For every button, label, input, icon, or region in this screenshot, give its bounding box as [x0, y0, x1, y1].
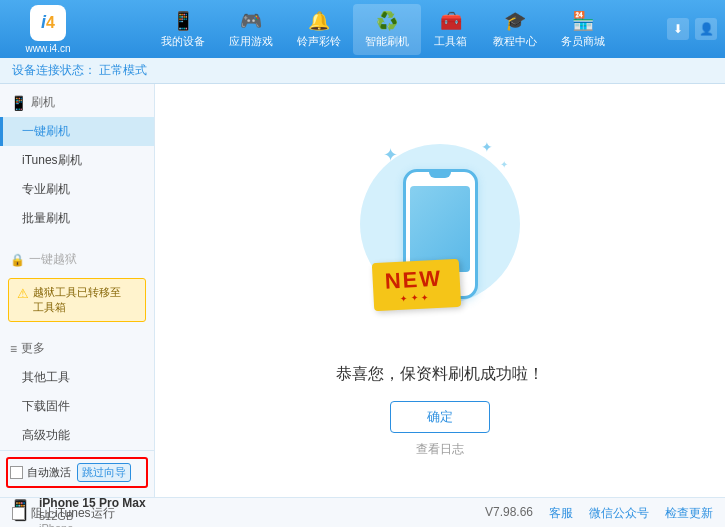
new-banner: NEW ✦ ✦ ✦ — [371, 258, 461, 311]
nav-smart-flash-label: 智能刷机 — [365, 34, 409, 49]
flash-group-icon: 📱 — [10, 95, 27, 111]
more-label: 更多 — [21, 340, 45, 357]
one-key-flash-label: 一键刷机 — [22, 123, 70, 140]
nav-toolbox[interactable]: 🧰 工具箱 — [421, 4, 481, 55]
main: 📱 刷机 一键刷机 iTunes刷机 专业刷机 批量刷机 🔒 一键越狱 ⚠ 越狱… — [0, 84, 725, 497]
topbar-right: ⬇ 👤 — [667, 18, 717, 40]
sidebar: 📱 刷机 一键刷机 iTunes刷机 专业刷机 批量刷机 🔒 一键越狱 ⚠ 越狱… — [0, 84, 155, 497]
sidebar-item-advanced[interactable]: 高级功能 — [0, 421, 154, 450]
nav-my-device-label: 我的设备 — [161, 34, 205, 49]
nav-smart-flash[interactable]: ♻️ 智能刷机 — [353, 4, 421, 55]
sparkle-left: ✦ — [383, 144, 398, 166]
sidebar-item-batch-flash[interactable]: 批量刷机 — [0, 204, 154, 233]
new-text: NEW — [384, 265, 443, 294]
auto-activate-checkbox[interactable] — [10, 466, 23, 479]
topbar: i4 www.i4.cn 📱 我的设备 🎮 应用游戏 🔔 铃声彩铃 ♻️ 智能刷… — [0, 0, 725, 58]
nav-toolbox-label: 工具箱 — [434, 34, 467, 49]
nav-apps-label: 应用游戏 — [229, 34, 273, 49]
sidebar-item-other-tools[interactable]: 其他工具 — [0, 363, 154, 392]
sidebar-more-header: ≡ 更多 — [0, 334, 154, 363]
tutorials-icon: 🎓 — [504, 10, 526, 32]
view-log-link[interactable]: 查看日志 — [416, 441, 464, 458]
device-type: iPhone — [39, 522, 146, 527]
success-illustration: NEW ✦ ✦ ✦ ✦ ✦ ✦ — [340, 124, 540, 344]
wechat-link[interactable]: 微信公众号 — [589, 505, 649, 522]
advanced-label: 高级功能 — [22, 427, 70, 444]
sidebar-item-download-fw[interactable]: 下载固件 — [0, 392, 154, 421]
logo-area: i4 www.i4.cn — [8, 5, 88, 54]
sparkle-small: ✦ — [500, 159, 508, 170]
user-button[interactable]: 👤 — [695, 18, 717, 40]
statusbar-status: 正常模式 — [99, 63, 147, 77]
sidebar-flash-label: 刷机 — [31, 94, 55, 111]
client-service-link[interactable]: 客服 — [549, 505, 573, 522]
download-button[interactable]: ⬇ — [667, 18, 689, 40]
sidebar-jailbreak-header: 🔒 一键越狱 — [0, 245, 154, 274]
statusbar: 设备连接状态： 正常模式 — [0, 58, 725, 84]
notice-text: 越狱工具已转移至 工具箱 — [33, 285, 121, 315]
phone-screen — [410, 186, 470, 272]
nav-tutorials[interactable]: 🎓 教程中心 — [481, 4, 549, 55]
logo-icon: i4 — [30, 5, 66, 41]
sidebar-flash-section: 📱 刷机 一键刷机 iTunes刷机 专业刷机 批量刷机 — [0, 84, 154, 237]
nav-service-label: 务员商城 — [561, 34, 605, 49]
sparkle-right: ✦ — [481, 139, 493, 155]
notice-icon: ⚠ — [17, 286, 29, 301]
auto-activate-label: 自动激活 — [27, 465, 71, 480]
version-text: V7.98.66 — [485, 505, 533, 522]
download-fw-label: 下载固件 — [22, 398, 70, 415]
nav-bar: 📱 我的设备 🎮 应用游戏 🔔 铃声彩铃 ♻️ 智能刷机 🧰 工具箱 🎓 教程中… — [98, 4, 667, 55]
itunes-flash-label: iTunes刷机 — [22, 152, 82, 169]
check-update-link[interactable]: 检查更新 — [665, 505, 713, 522]
sidebar-flash-header[interactable]: 📱 刷机 — [0, 88, 154, 117]
auto-activate-row: 自动激活 跳过向导 — [6, 457, 148, 488]
other-tools-label: 其他工具 — [22, 369, 70, 386]
pro-flash-label: 专业刷机 — [22, 181, 70, 198]
nav-my-device[interactable]: 📱 我的设备 — [149, 4, 217, 55]
sidebar-item-itunes-flash[interactable]: iTunes刷机 — [0, 146, 154, 175]
stop-itunes-label: 阻止iTunes运行 — [31, 505, 115, 522]
my-device-icon: 📱 — [172, 10, 194, 32]
batch-flash-label: 批量刷机 — [22, 210, 70, 227]
smart-flash-icon: ♻️ — [376, 10, 398, 32]
confirm-button[interactable]: 确定 — [390, 401, 490, 433]
nav-apps-games[interactable]: 🎮 应用游戏 — [217, 4, 285, 55]
logo-text: www.i4.cn — [25, 43, 70, 54]
phone-notch — [429, 172, 451, 178]
auto-guide-button[interactable]: 跳过向导 — [77, 463, 131, 482]
footer-left: 阻止iTunes运行 — [12, 505, 115, 522]
nav-ringtone-label: 铃声彩铃 — [297, 34, 341, 49]
success-message: 恭喜您，保资料刷机成功啦！ — [336, 364, 544, 385]
nav-tutorials-label: 教程中心 — [493, 34, 537, 49]
sidebar-notice: ⚠ 越狱工具已转移至 工具箱 — [8, 278, 146, 322]
more-icon: ≡ — [10, 342, 17, 356]
nav-ringtone[interactable]: 🔔 铃声彩铃 — [285, 4, 353, 55]
content-area: NEW ✦ ✦ ✦ ✦ ✦ ✦ 恭喜您，保资料刷机成功啦！ 确定 查看日志 — [155, 84, 725, 497]
statusbar-prefix: 设备连接状态： — [12, 63, 96, 77]
service-icon: 🏪 — [572, 10, 594, 32]
stop-itunes-checkbox[interactable] — [12, 507, 25, 520]
toolbox-icon: 🧰 — [440, 10, 462, 32]
footer-right: V7.98.66 客服 微信公众号 检查更新 — [485, 505, 713, 522]
sidebar-item-one-key-flash[interactable]: 一键刷机 — [0, 117, 154, 146]
confirm-label: 确定 — [427, 408, 453, 426]
jailbreak-label: 一键越狱 — [29, 251, 77, 268]
sidebar-item-pro-flash[interactable]: 专业刷机 — [0, 175, 154, 204]
ringtone-icon: 🔔 — [308, 10, 330, 32]
apps-games-icon: 🎮 — [240, 10, 262, 32]
nav-service[interactable]: 🏪 务员商城 — [549, 4, 617, 55]
